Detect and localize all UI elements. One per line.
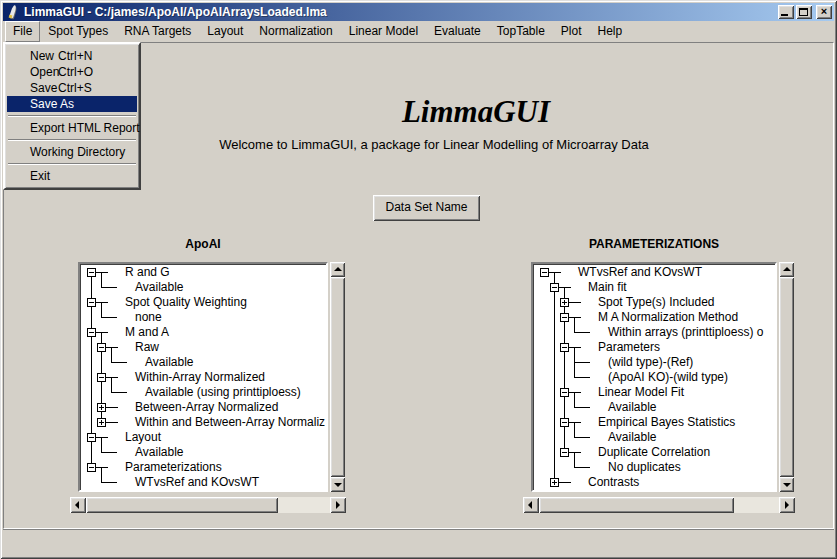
tree-node-label[interactable]: Layout	[125, 430, 161, 445]
menu-option-open[interactable]: OpenCtrl+O	[7, 64, 137, 80]
scroll-up-button[interactable]	[330, 262, 345, 277]
collapse-minus-icon[interactable]	[560, 343, 569, 352]
collapse-minus-icon[interactable]	[87, 463, 96, 472]
collapse-minus-icon[interactable]	[560, 313, 569, 322]
tree-node-label[interactable]: Linear Model Fit	[598, 385, 684, 400]
collapse-minus-icon[interactable]	[560, 448, 569, 457]
tree-connector-line	[554, 325, 555, 340]
menu-item-evaluate[interactable]: Evaluate	[426, 21, 489, 42]
tree-node-label[interactable]: No duplicates	[608, 460, 681, 475]
scrollbar-thumb[interactable]	[779, 277, 794, 477]
tree-connector-line	[559, 287, 571, 288]
tree-node-label[interactable]: Contrasts	[588, 475, 639, 489]
tree-node-label[interactable]: WTvsRef and KOvsWT	[578, 265, 702, 280]
tree-connector-line	[91, 310, 92, 325]
tree-node-label[interactable]: (wild type)-(Ref)	[608, 355, 693, 370]
tree-node-label[interactable]: Within and Between-Array Normalized	[135, 415, 325, 430]
menu-item-layout[interactable]: Layout	[199, 21, 251, 42]
collapse-minus-icon[interactable]	[97, 343, 106, 352]
data-set-name-button[interactable]: Data Set Name	[373, 195, 480, 221]
menu-item-spot-types[interactable]: Spot Types	[40, 21, 116, 42]
scroll-left-button[interactable]	[523, 497, 539, 513]
menu-item-plot[interactable]: Plot	[553, 21, 590, 42]
arrow-up-icon	[334, 267, 342, 271]
tree-node-label[interactable]: Available	[608, 400, 656, 415]
collapse-minus-icon[interactable]	[550, 283, 559, 292]
collapse-minus-icon[interactable]	[87, 433, 96, 442]
collapse-minus-icon[interactable]	[560, 418, 569, 427]
right-tree-horizontal-scrollbar[interactable]	[523, 497, 795, 513]
menu-option-save[interactable]: SaveCtrl+S	[7, 80, 137, 96]
tree-node-label[interactable]: Available (using printtiploess)	[145, 385, 301, 400]
scrollbar-thumb[interactable]	[86, 497, 278, 513]
collapse-minus-icon[interactable]	[540, 268, 549, 277]
menu-item-rna-targets[interactable]: RNA Targets	[116, 21, 199, 42]
maximize-button[interactable]	[796, 5, 812, 19]
collapse-minus-icon[interactable]	[87, 298, 96, 307]
tree-node-label[interactable]: Parameters	[598, 340, 660, 355]
scroll-left-button[interactable]	[70, 497, 86, 513]
tree-node-label[interactable]: Main fit	[588, 280, 627, 295]
expand-plus-icon[interactable]	[97, 418, 106, 427]
collapse-minus-icon[interactable]	[87, 268, 96, 277]
tree-node-label[interactable]: M A Normalization Method	[598, 310, 738, 325]
expand-plus-icon[interactable]	[560, 298, 569, 307]
tree-row: Within-Array Normalized	[81, 370, 325, 385]
collapse-minus-icon[interactable]	[97, 373, 106, 382]
scroll-down-button[interactable]	[330, 477, 345, 492]
arrow-right-icon	[785, 501, 789, 509]
menu-option-working-directory[interactable]: Working Directory	[7, 144, 137, 160]
titlebar[interactable]: LimmaGUI - C:/james/ApoAI/ApoAIArraysLoa…	[3, 3, 834, 21]
menu-option-save-as[interactable]: Save As	[7, 96, 137, 112]
tree-node-label[interactable]: Spot Quality Weighting	[125, 295, 247, 310]
expand-plus-icon[interactable]	[550, 478, 559, 487]
tree-node-label[interactable]: Available	[145, 355, 193, 370]
menu-option-export-html-report[interactable]: Export HTML Report	[7, 120, 137, 136]
menu-option-new[interactable]: NewCtrl+N	[7, 48, 137, 64]
minimize-button[interactable]	[778, 5, 794, 19]
tree-row: Available	[81, 445, 325, 460]
tree-node-label[interactable]: Within-Array Normalized	[135, 370, 265, 385]
menu-accelerator: Ctrl+O	[58, 64, 93, 80]
tree-node-label[interactable]: Available	[608, 430, 656, 445]
left-tree-horizontal-scrollbar[interactable]	[70, 497, 346, 513]
collapse-minus-icon[interactable]	[560, 388, 569, 397]
tree-node-label[interactable]: Duplicate Correlation	[598, 445, 710, 460]
scroll-right-button[interactable]	[779, 497, 795, 513]
tree-node-label[interactable]: Empirical Bayes Statistics	[598, 415, 735, 430]
tree-connector-line	[574, 407, 590, 408]
tree-node-label[interactable]: Available	[135, 445, 183, 460]
menu-item-help[interactable]: Help	[590, 21, 631, 42]
tree-node-label[interactable]: Between-Array Normalized	[135, 400, 278, 415]
right-tree-vertical-scrollbar[interactable]	[779, 262, 794, 492]
menu-option-exit[interactable]: Exit	[7, 168, 137, 184]
tree-node-label[interactable]: R and G	[125, 265, 170, 280]
scroll-down-button[interactable]	[779, 477, 794, 492]
tree-node-label[interactable]: Spot Type(s) Included	[598, 295, 715, 310]
scroll-right-button[interactable]	[330, 497, 346, 513]
menu-item-file[interactable]: File	[5, 21, 40, 42]
parameterizations-tree-canvas[interactable]: WTvsRef and KOvsWTMain fitSpot Type(s) I…	[531, 262, 777, 492]
tree-node-label[interactable]: Available	[135, 280, 183, 295]
left-tree-vertical-scrollbar[interactable]	[330, 262, 345, 492]
tree-node-label[interactable]: Within arrays (printtiploess) o	[608, 325, 763, 340]
tree-node-label[interactable]: Raw	[135, 340, 159, 355]
tree-node-label[interactable]: (ApoAI KO)-(wild type)	[608, 370, 728, 385]
menu-item-toptable[interactable]: TopTable	[489, 21, 553, 42]
scroll-up-button[interactable]	[779, 262, 794, 277]
tree-node-label[interactable]: M and A	[125, 325, 169, 340]
scrollbar-thumb[interactable]	[330, 277, 345, 477]
tree-connector-line	[91, 400, 92, 415]
tree-node-label[interactable]: WTvsRef and KOvsWT	[135, 475, 259, 489]
scrollbar-thumb[interactable]	[539, 497, 734, 513]
tree-node-label[interactable]: none	[135, 310, 162, 325]
tree-row: M A Normalization Method	[534, 310, 774, 325]
menu-item-linear-model[interactable]: Linear Model	[341, 21, 426, 42]
expand-plus-icon[interactable]	[97, 403, 106, 412]
menu-item-normalization[interactable]: Normalization	[251, 21, 340, 42]
close-button[interactable]: ×	[816, 5, 832, 19]
menu-separator	[8, 115, 136, 117]
tree-node-label[interactable]: Parameterizations	[125, 460, 222, 475]
status-tree-canvas[interactable]: R and GAvailableSpot Quality Weightingno…	[78, 262, 328, 492]
collapse-minus-icon[interactable]	[87, 328, 96, 337]
